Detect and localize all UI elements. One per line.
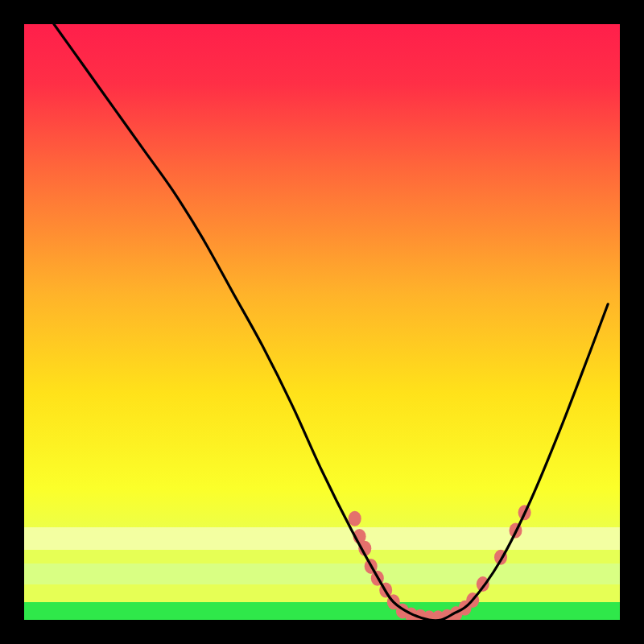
- haze-band-2: [24, 564, 620, 584]
- bottleneck-chart: [0, 0, 644, 644]
- green-band: [24, 602, 620, 620]
- chart-stage: TheBottleneck.com: [0, 0, 644, 644]
- curve-marker: [349, 511, 361, 526]
- haze-band-1: [24, 527, 620, 550]
